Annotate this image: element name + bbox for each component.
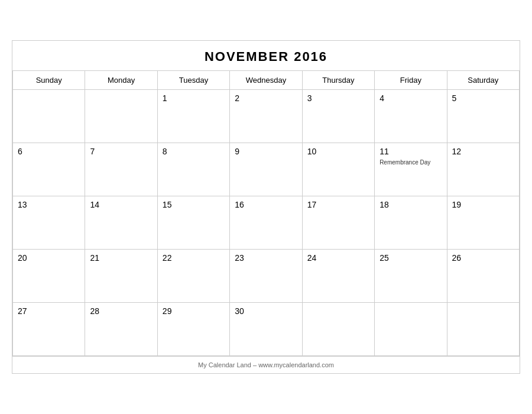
calendar-day-cell: 26 [447, 250, 520, 303]
calendar-day-header: Tuesday [158, 71, 230, 90]
calendar-day-cell: 6 [13, 143, 85, 196]
day-number: 9 [235, 147, 297, 156]
day-number: 15 [163, 200, 225, 209]
calendar-day-cell: 29 [158, 303, 230, 356]
calendar-day-header: Wednesday [230, 71, 302, 90]
calendar-day-cell: 19 [447, 196, 520, 250]
calendar-day-cell: 22 [158, 250, 230, 303]
calendar-day-cell: 4 [375, 90, 447, 143]
day-number: 12 [452, 147, 514, 156]
calendar-day-header: Thursday [303, 71, 375, 90]
day-number: 20 [18, 253, 80, 263]
day-number: 10 [307, 147, 369, 156]
day-number: 7 [90, 147, 152, 156]
calendar-day-header: Sunday [13, 71, 85, 90]
calendar-day-cell: 17 [303, 196, 375, 250]
calendar-empty-cell [447, 303, 520, 356]
day-number: 4 [379, 93, 442, 103]
day-number: 1 [163, 93, 225, 103]
calendar-day-header: Friday [375, 71, 447, 90]
day-number: 13 [18, 200, 80, 209]
day-number: 28 [90, 306, 152, 316]
calendar-day-cell: 3 [303, 90, 375, 143]
calendar-day-cell: 2 [230, 90, 302, 143]
calendar-day-cell: 13 [13, 196, 85, 250]
day-number: 5 [452, 93, 514, 103]
day-number: 11 [379, 147, 442, 156]
day-number: 2 [235, 93, 297, 103]
calendar-empty-cell [375, 303, 447, 356]
day-number: 29 [163, 306, 225, 316]
day-number: 16 [235, 200, 297, 209]
calendar-day-cell: 28 [85, 303, 157, 356]
calendar-day-cell: 25 [375, 250, 447, 303]
calendar-day-cell: 16 [230, 196, 302, 250]
calendar-day-cell: 20 [13, 250, 85, 303]
calendar-day-cell: 12 [447, 143, 520, 196]
day-number: 3 [307, 93, 369, 103]
day-number: 26 [452, 253, 514, 263]
day-number: 27 [18, 306, 80, 316]
calendar-empty-cell [303, 303, 375, 356]
calendar-day-cell: 18 [375, 196, 447, 250]
calendar-title: NOVEMBER 2016 [12, 41, 520, 71]
calendar-day-cell: 30 [230, 303, 302, 356]
day-number: 24 [307, 253, 369, 263]
day-number: 25 [379, 253, 442, 263]
calendar-day-cell: 7 [85, 143, 157, 196]
calendar-day-cell: 14 [85, 196, 157, 250]
day-number: 23 [235, 253, 297, 263]
calendar-day-cell: 10 [303, 143, 375, 196]
calendar-empty-cell [13, 90, 85, 143]
day-number: 8 [163, 147, 225, 156]
calendar-empty-cell [85, 90, 157, 143]
day-event: Remembrance Day [379, 159, 430, 166]
calendar-day-cell: 8 [158, 143, 230, 196]
calendar-day-header: Saturday [447, 71, 520, 90]
day-number: 22 [163, 253, 225, 263]
day-number: 17 [307, 200, 369, 209]
calendar-day-cell: 9 [230, 143, 302, 196]
calendar-day-cell: 21 [85, 250, 157, 303]
calendar-day-cell: 5 [447, 90, 520, 143]
day-number: 6 [18, 147, 80, 156]
calendar: NOVEMBER 2016 SundayMondayTuesdayWednesd… [12, 40, 520, 374]
day-number: 30 [235, 306, 297, 316]
calendar-day-cell: 27 [13, 303, 85, 356]
calendar-day-cell: 15 [158, 196, 230, 250]
calendar-day-cell: 24 [303, 250, 375, 303]
day-number: 14 [90, 200, 152, 209]
day-number: 19 [452, 200, 514, 209]
calendar-grid: SundayMondayTuesdayWednesdayThursdayFrid… [12, 71, 520, 356]
calendar-footer: My Calendar Land – www.mycalendarland.co… [12, 356, 520, 373]
calendar-day-cell: 23 [230, 250, 302, 303]
day-number: 18 [379, 200, 442, 209]
day-number: 21 [90, 253, 152, 263]
calendar-day-header: Monday [85, 71, 157, 90]
calendar-day-cell: 11Remembrance Day [375, 143, 447, 196]
calendar-day-cell: 1 [158, 90, 230, 143]
